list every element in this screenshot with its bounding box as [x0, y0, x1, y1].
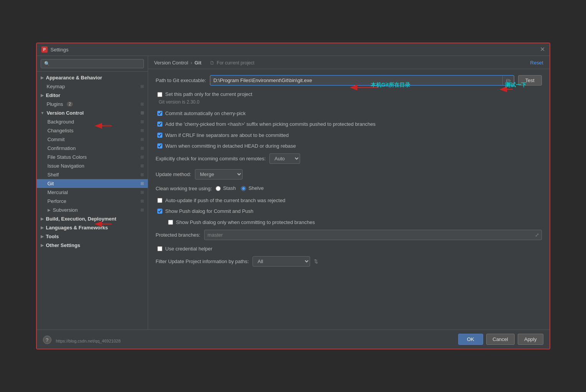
dialog-footer: ? https://blog.csdn.net/qq_46921028 OK C… [37, 329, 550, 349]
search-input[interactable] [41, 59, 144, 68]
shelve-label: Shelve [248, 185, 264, 192]
sidebar-item-git[interactable]: Git ⊞ [37, 179, 148, 188]
breadcrumb-current: Git [195, 60, 201, 66]
sidebar-item-appearance[interactable]: ▶ Appearance & Behavior [37, 73, 148, 82]
reset-button[interactable]: Reset [530, 60, 543, 66]
auto-update-checkbox[interactable] [157, 198, 162, 203]
update-method-row: Update method: Merge Rebase Branch Defau… [156, 169, 542, 180]
copy-icon: ⊞ [140, 119, 144, 124]
stash-radio[interactable] [216, 186, 221, 191]
sidebar-item-label: Changelists [48, 128, 74, 133]
content-header: Version Control › Git 🗋 For current proj… [148, 56, 550, 69]
help-button[interactable]: ? [43, 336, 51, 344]
sidebar-item-label: Other Settings [46, 242, 81, 248]
title-bar: P Settings ✕ [37, 43, 550, 56]
apply-button[interactable]: Apply [518, 334, 543, 345]
sidebar-item-label: Editor [46, 92, 61, 98]
nav-tree: ▶ Appearance & Behavior Keymap ⊞ ▶ Edito… [37, 72, 148, 329]
footer-url: https://blog.csdn.net/qq_46921028 [56, 339, 121, 343]
cancel-button[interactable]: Cancel [486, 334, 515, 345]
sidebar-item-label: Issue Navigation [48, 163, 84, 169]
detached-label: Warn when committing in detached HEAD or… [165, 143, 296, 150]
credential-row: Use credential helper [156, 245, 542, 252]
dialog-body: ▶ Appearance & Behavior Keymap ⊞ ▶ Edito… [37, 56, 550, 329]
stash-label: Stash [223, 185, 236, 192]
sidebar-item-keymap[interactable]: Keymap ⊞ [37, 82, 148, 91]
show-push-checkbox[interactable] [157, 209, 162, 214]
protected-input-wrapper: ⤢ [204, 230, 542, 240]
browse-button[interactable]: 🗁 [502, 76, 514, 85]
sidebar-item-changelists[interactable]: Changelists ⊞ [37, 126, 148, 135]
checkbox-crlf: Warn if CRLF line separators are about t… [156, 132, 542, 139]
sidebar-item-tools[interactable]: ▶ Tools [37, 232, 148, 241]
title-bar-left: P Settings [41, 46, 69, 53]
sidebar-item-label: Mercurial [48, 189, 68, 195]
sidebar-item-label: Plugins [47, 101, 63, 107]
sidebar-item-other[interactable]: ▶ Other Settings [37, 241, 148, 250]
sidebar-item-shelf[interactable]: Shelf ⊞ [37, 170, 148, 179]
sidebar-item-languages[interactable]: ▶ Languages & Frameworks [37, 223, 148, 232]
clean-radio-group: Stash Shelve [216, 185, 264, 192]
show-push-protected-row: Show Push dialog only when committing to… [167, 219, 542, 226]
sidebar-item-subversion[interactable]: ▶ Subversion ⊞ [37, 206, 148, 214]
show-push-protected-checkbox[interactable] [168, 220, 173, 225]
credential-checkbox[interactable] [157, 246, 162, 251]
sidebar-item-label: Keymap [47, 84, 65, 89]
filter-arrows: ⇅ [314, 259, 318, 264]
sidebar-item-plugins[interactable]: Plugins 2 ⊞ [37, 100, 148, 109]
sidebar-item-commit[interactable]: Commit ⊞ [37, 135, 148, 144]
protected-input[interactable] [205, 230, 533, 240]
sidebar-item-label: Tools [46, 234, 59, 239]
cherry-hash-label: Add the 'cherry-picked from <hash>' suff… [165, 121, 376, 128]
path-info: Set this path only for the current proje… [157, 91, 542, 105]
cherry-hash-checkbox[interactable] [157, 122, 162, 127]
sidebar-item-label: Perforce [48, 198, 66, 204]
path-label: Path to Git executable: [156, 77, 206, 83]
test-button[interactable]: Test [518, 75, 542, 86]
update-select[interactable]: Merge Rebase Branch Default [195, 169, 243, 180]
crlf-checkbox[interactable] [157, 133, 162, 138]
dialog-title: Settings [51, 47, 69, 53]
sidebar-item-build[interactable]: ▶ Build, Execution, Deployment [37, 214, 148, 223]
app-icon: P [41, 46, 48, 53]
sidebar-item-editor[interactable]: ▶ Editor [37, 91, 148, 100]
copy-icon: ⊞ [140, 172, 144, 177]
filter-label: Filter Update Project information by pat… [156, 259, 249, 264]
set-path-checkbox[interactable] [157, 92, 162, 97]
incoming-select[interactable]: Auto Always Never [269, 153, 300, 164]
checkbox-cherry-pick: Commit automatically on cherry-pick [156, 110, 542, 117]
sidebar-item-background[interactable]: Background ⊞ [37, 117, 148, 126]
breadcrumb-parent: Version Control [154, 60, 188, 66]
cherry-pick-label: Commit automatically on cherry-pick [165, 110, 246, 117]
git-version: Git version is 2.30.0 [159, 99, 542, 105]
shelve-radio[interactable] [241, 186, 246, 191]
copy-icon: ⊞ [140, 208, 144, 212]
sidebar-item-version-control[interactable]: ▼ Version Control ⊞ [37, 109, 148, 117]
copy-icon: ⊞ [140, 110, 144, 115]
git-path-input[interactable] [210, 76, 502, 85]
copy-icon: ⊞ [140, 190, 144, 195]
sidebar-item-confirmation[interactable]: Confirmation ⊞ [37, 144, 148, 153]
expand-button[interactable]: ⤢ [533, 231, 541, 239]
breadcrumb-separator: › [190, 60, 192, 66]
expand-arrow: ▶ [48, 208, 51, 212]
detached-checkbox[interactable] [157, 143, 162, 148]
close-button[interactable]: ✕ [540, 46, 545, 53]
cherry-pick-checkbox[interactable] [157, 111, 162, 116]
sidebar-item-label: Git [48, 181, 54, 186]
credential-label: Use credential helper [165, 245, 213, 252]
clean-label: Clean working tree using: [156, 186, 212, 191]
filter-select[interactable]: All Only affected paths [253, 256, 310, 267]
sidebar: ▶ Appearance & Behavior Keymap ⊞ ▶ Edito… [37, 56, 148, 329]
set-path-row: Set this path only for the current proje… [157, 91, 542, 98]
sidebar-item-mercurial[interactable]: Mercurial ⊞ [37, 188, 148, 197]
sidebar-item-issue-navigation[interactable]: Issue Navigation ⊞ [37, 161, 148, 170]
ok-button[interactable]: OK [458, 334, 483, 345]
copy-icon: ⊞ [140, 163, 144, 168]
settings-dialog: P Settings ✕ ▶ Appearance & Behavior Key… [36, 43, 550, 349]
sidebar-item-perforce[interactable]: Perforce ⊞ [37, 197, 148, 206]
copy-icon: ⊞ [140, 137, 144, 142]
sidebar-item-label: Version Control [46, 110, 84, 116]
sidebar-item-file-status-colors[interactable]: File Status Colors ⊞ [37, 153, 148, 161]
crlf-label: Warn if CRLF line separators are about t… [165, 132, 289, 139]
